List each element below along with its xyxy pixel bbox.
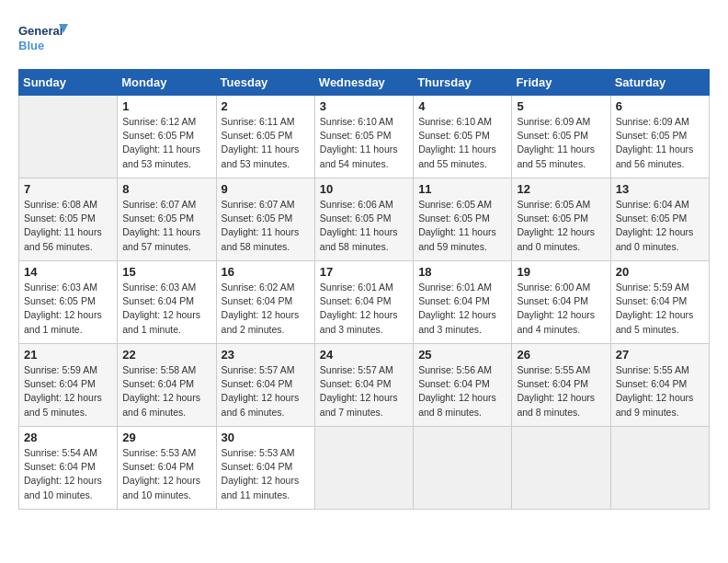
day-number: 12 xyxy=(517,182,605,196)
day-number: 21 xyxy=(24,348,112,362)
day-cell: 24Sunrise: 5:57 AM Sunset: 6:04 PM Dayli… xyxy=(314,344,413,427)
day-info: Sunrise: 5:57 AM Sunset: 6:04 PM Dayligh… xyxy=(222,363,310,419)
calendar-body: 1Sunrise: 6:12 AM Sunset: 6:05 PM Daylig… xyxy=(19,96,710,510)
day-cell: 28Sunrise: 5:54 AM Sunset: 6:04 PM Dayli… xyxy=(19,427,118,510)
day-cell: 15Sunrise: 6:03 AM Sunset: 6:04 PM Dayli… xyxy=(118,261,216,344)
day-info: Sunrise: 6:01 AM Sunset: 6:04 PM Dayligh… xyxy=(418,281,506,337)
day-number: 26 xyxy=(517,348,605,362)
day-info: Sunrise: 5:56 AM Sunset: 6:04 PM Dayligh… xyxy=(418,363,506,419)
day-cell: 5Sunrise: 6:09 AM Sunset: 6:05 PM Daylig… xyxy=(512,96,610,178)
day-info: Sunrise: 5:54 AM Sunset: 6:04 PM Dayligh… xyxy=(24,446,112,502)
header-cell-tuesday: Tuesday xyxy=(216,70,314,96)
day-number: 14 xyxy=(24,265,112,279)
day-info: Sunrise: 5:59 AM Sunset: 6:04 PM Dayligh… xyxy=(616,281,704,337)
day-info: Sunrise: 5:55 AM Sunset: 6:04 PM Dayligh… xyxy=(616,363,704,419)
week-row-5: 28Sunrise: 5:54 AM Sunset: 6:04 PM Dayli… xyxy=(19,427,710,510)
day-info: Sunrise: 6:07 AM Sunset: 6:05 PM Dayligh… xyxy=(122,198,210,254)
day-cell: 20Sunrise: 5:59 AM Sunset: 6:04 PM Dayli… xyxy=(610,261,709,344)
day-number: 9 xyxy=(222,182,310,196)
day-info: Sunrise: 6:12 AM Sunset: 6:05 PM Dayligh… xyxy=(122,115,210,171)
day-cell: 27Sunrise: 5:55 AM Sunset: 6:04 PM Dayli… xyxy=(610,344,709,427)
week-row-1: 1Sunrise: 6:12 AM Sunset: 6:05 PM Daylig… xyxy=(19,96,710,178)
day-cell: 12Sunrise: 6:05 AM Sunset: 6:05 PM Dayli… xyxy=(512,178,610,261)
day-cell: 22Sunrise: 5:58 AM Sunset: 6:04 PM Dayli… xyxy=(118,344,216,427)
day-number: 2 xyxy=(222,99,310,113)
svg-text:Blue: Blue xyxy=(18,39,44,52)
day-cell: 21Sunrise: 5:59 AM Sunset: 6:04 PM Dayli… xyxy=(19,344,118,427)
day-info: Sunrise: 6:05 AM Sunset: 6:05 PM Dayligh… xyxy=(517,198,605,254)
header-cell-wednesday: Wednesday xyxy=(314,70,413,96)
day-number: 11 xyxy=(418,182,506,196)
day-info: Sunrise: 6:11 AM Sunset: 6:05 PM Dayligh… xyxy=(222,115,310,171)
day-number: 4 xyxy=(418,99,506,113)
day-info: Sunrise: 6:01 AM Sunset: 6:04 PM Dayligh… xyxy=(320,281,408,337)
week-row-3: 14Sunrise: 6:03 AM Sunset: 6:05 PM Dayli… xyxy=(19,261,710,344)
day-cell: 1Sunrise: 6:12 AM Sunset: 6:05 PM Daylig… xyxy=(118,96,216,178)
day-info: Sunrise: 6:10 AM Sunset: 6:05 PM Dayligh… xyxy=(320,115,408,171)
day-info: Sunrise: 6:08 AM Sunset: 6:05 PM Dayligh… xyxy=(24,198,112,254)
day-cell xyxy=(414,427,512,510)
day-info: Sunrise: 6:02 AM Sunset: 6:04 PM Dayligh… xyxy=(222,281,310,337)
day-cell: 7Sunrise: 6:08 AM Sunset: 6:05 PM Daylig… xyxy=(19,178,118,261)
day-number: 15 xyxy=(122,265,210,279)
day-number: 3 xyxy=(320,99,408,113)
day-info: Sunrise: 6:00 AM Sunset: 6:04 PM Dayligh… xyxy=(517,281,605,337)
logo-svg: General Blue xyxy=(18,18,69,60)
day-cell xyxy=(19,96,118,178)
day-info: Sunrise: 5:53 AM Sunset: 6:04 PM Dayligh… xyxy=(222,446,310,502)
day-info: Sunrise: 5:57 AM Sunset: 6:04 PM Dayligh… xyxy=(320,363,408,419)
day-number: 19 xyxy=(517,265,605,279)
calendar-table: SundayMondayTuesdayWednesdayThursdayFrid… xyxy=(18,69,710,510)
day-number: 29 xyxy=(122,431,210,444)
day-info: Sunrise: 6:03 AM Sunset: 6:04 PM Dayligh… xyxy=(122,281,210,337)
day-cell: 3Sunrise: 6:10 AM Sunset: 6:05 PM Daylig… xyxy=(314,96,413,178)
day-number: 28 xyxy=(24,431,112,444)
day-cell: 17Sunrise: 6:01 AM Sunset: 6:04 PM Dayli… xyxy=(314,261,413,344)
day-cell: 26Sunrise: 5:55 AM Sunset: 6:04 PM Dayli… xyxy=(512,344,610,427)
day-info: Sunrise: 5:59 AM Sunset: 6:04 PM Dayligh… xyxy=(24,363,112,419)
day-info: Sunrise: 5:58 AM Sunset: 6:04 PM Dayligh… xyxy=(122,363,210,419)
day-number: 6 xyxy=(616,99,704,113)
day-cell: 30Sunrise: 5:53 AM Sunset: 6:04 PM Dayli… xyxy=(216,427,314,510)
day-cell xyxy=(512,427,610,510)
day-cell: 11Sunrise: 6:05 AM Sunset: 6:05 PM Dayli… xyxy=(414,178,512,261)
day-number: 27 xyxy=(616,348,704,362)
day-info: Sunrise: 6:03 AM Sunset: 6:05 PM Dayligh… xyxy=(24,281,112,337)
day-info: Sunrise: 6:05 AM Sunset: 6:05 PM Dayligh… xyxy=(418,198,506,254)
day-info: Sunrise: 6:09 AM Sunset: 6:05 PM Dayligh… xyxy=(517,115,605,171)
week-row-4: 21Sunrise: 5:59 AM Sunset: 6:04 PM Dayli… xyxy=(19,344,710,427)
day-cell: 13Sunrise: 6:04 AM Sunset: 6:05 PM Dayli… xyxy=(610,178,709,261)
day-cell: 16Sunrise: 6:02 AM Sunset: 6:04 PM Dayli… xyxy=(216,261,314,344)
day-number: 22 xyxy=(122,348,210,362)
day-cell: 19Sunrise: 6:00 AM Sunset: 6:04 PM Dayli… xyxy=(512,261,610,344)
day-number: 20 xyxy=(616,265,704,279)
day-info: Sunrise: 6:09 AM Sunset: 6:05 PM Dayligh… xyxy=(616,115,704,171)
day-number: 13 xyxy=(616,182,704,196)
day-cell: 4Sunrise: 6:10 AM Sunset: 6:05 PM Daylig… xyxy=(414,96,512,178)
day-number: 30 xyxy=(222,431,310,444)
day-cell: 14Sunrise: 6:03 AM Sunset: 6:05 PM Dayli… xyxy=(19,261,118,344)
day-info: Sunrise: 5:53 AM Sunset: 6:04 PM Dayligh… xyxy=(122,446,210,502)
svg-text:General: General xyxy=(18,24,63,38)
day-cell xyxy=(314,427,413,510)
header-cell-monday: Monday xyxy=(118,70,216,96)
calendar-header: SundayMondayTuesdayWednesdayThursdayFrid… xyxy=(19,70,710,96)
day-info: Sunrise: 6:07 AM Sunset: 6:05 PM Dayligh… xyxy=(222,198,310,254)
week-row-2: 7Sunrise: 6:08 AM Sunset: 6:05 PM Daylig… xyxy=(19,178,710,261)
day-number: 16 xyxy=(222,265,310,279)
day-cell: 25Sunrise: 5:56 AM Sunset: 6:04 PM Dayli… xyxy=(414,344,512,427)
day-number: 8 xyxy=(122,182,210,196)
day-info: Sunrise: 6:04 AM Sunset: 6:05 PM Dayligh… xyxy=(616,198,704,254)
day-number: 18 xyxy=(418,265,506,279)
day-number: 1 xyxy=(122,99,210,113)
day-cell: 29Sunrise: 5:53 AM Sunset: 6:04 PM Dayli… xyxy=(118,427,216,510)
day-number: 10 xyxy=(320,182,408,196)
day-info: Sunrise: 6:06 AM Sunset: 6:05 PM Dayligh… xyxy=(320,198,408,254)
day-number: 5 xyxy=(517,99,605,113)
day-info: Sunrise: 5:55 AM Sunset: 6:04 PM Dayligh… xyxy=(517,363,605,419)
header-cell-thursday: Thursday xyxy=(414,70,512,96)
header: General Blue xyxy=(18,18,710,60)
day-number: 25 xyxy=(418,348,506,362)
day-cell: 6Sunrise: 6:09 AM Sunset: 6:05 PM Daylig… xyxy=(610,96,709,178)
day-cell: 10Sunrise: 6:06 AM Sunset: 6:05 PM Dayli… xyxy=(314,178,413,261)
